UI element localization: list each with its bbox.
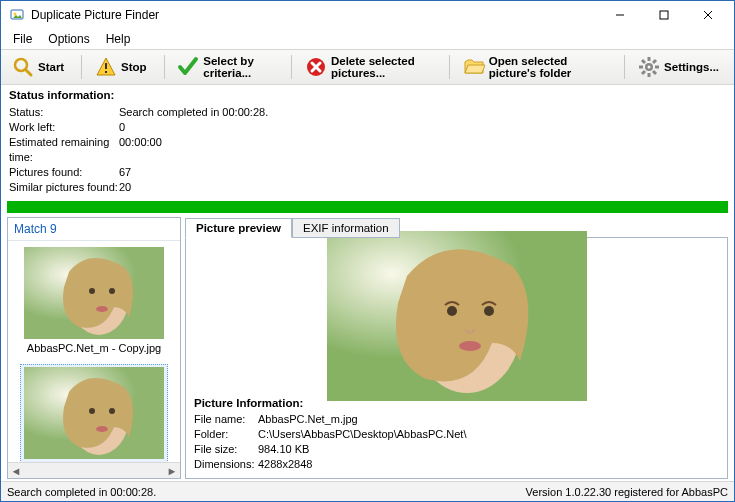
svg-rect-9 — [105, 63, 107, 69]
select-criteria-label: Select by criteria... — [203, 55, 274, 79]
preview-image — [327, 231, 587, 401]
app-icon — [9, 7, 25, 23]
open-folder-button[interactable]: Open selected picture's folder — [458, 53, 617, 81]
scroll-left-arrow[interactable]: ◄ — [8, 463, 24, 479]
status-label: Status: — [9, 105, 119, 120]
select-criteria-button[interactable]: Select by criteria... — [172, 53, 283, 81]
svg-point-37 — [484, 306, 494, 316]
svg-line-20 — [653, 71, 656, 74]
stop-label: Stop — [121, 61, 147, 73]
statusbar-message: Search completed in 00:00:28. — [7, 486, 526, 498]
svg-line-19 — [642, 60, 645, 63]
filesize-label: File size: — [194, 442, 258, 457]
match-header[interactable]: Match 9 — [8, 218, 180, 241]
thumbnail-caption: AbbasPC.Net_m - Copy.jpg — [22, 342, 166, 356]
folder-label: Folder: — [194, 427, 258, 442]
window-title: Duplicate Picture Finder — [31, 8, 598, 22]
menu-help[interactable]: Help — [100, 30, 137, 48]
statusbar: Search completed in 00:00:28. Version 1.… — [1, 481, 734, 501]
minimize-button[interactable] — [598, 1, 642, 29]
svg-point-27 — [109, 288, 115, 294]
svg-point-33 — [96, 426, 108, 432]
thumbnail-item-selected[interactable]: AbbasPC.Net_m.jpg — [20, 364, 168, 462]
eta-value: 00:00:00 — [119, 135, 162, 165]
scroll-track[interactable] — [24, 464, 164, 478]
filename-value: AbbasPC.Net_m.jpg — [258, 412, 358, 427]
settings-button[interactable]: Settings... — [633, 53, 728, 81]
picinfo-heading: Picture Information: — [194, 397, 719, 409]
main-area: Match 9 AbbasPC.Net_m - Copy.jpg — [1, 217, 734, 481]
magnifier-icon — [12, 56, 34, 78]
stop-button[interactable]: Stop — [90, 53, 156, 81]
workleft-value: 0 — [119, 120, 125, 135]
eta-label: Estimated remaining time: — [9, 135, 119, 165]
pictures-found-value: 67 — [119, 165, 131, 180]
svg-point-28 — [96, 306, 108, 312]
match-list-pane: Match 9 AbbasPC.Net_m - Copy.jpg — [7, 217, 181, 479]
titlebar: Duplicate Picture Finder — [1, 1, 734, 29]
svg-point-36 — [447, 306, 457, 316]
delete-selected-button[interactable]: Delete selected pictures... — [300, 53, 441, 81]
filename-label: File name: — [194, 412, 258, 427]
svg-line-21 — [653, 60, 656, 63]
dimensions-label: Dimensions: — [194, 457, 258, 472]
toolbar-separator — [624, 55, 625, 79]
statusbar-version: Version 1.0.22.30 registered for AbbasPC — [526, 486, 728, 498]
start-label: Start — [38, 61, 64, 73]
svg-rect-10 — [105, 71, 107, 73]
menu-options[interactable]: Options — [42, 30, 95, 48]
gear-icon — [638, 56, 660, 78]
toolbar-separator — [81, 55, 82, 79]
status-information: Status information: Status:Search comple… — [1, 85, 734, 197]
preview-container: Picture Information: File name:AbbasPC.N… — [185, 237, 728, 479]
status-value: Search completed in 00:00:28. — [119, 105, 268, 120]
svg-point-32 — [109, 408, 115, 414]
pictures-found-label: Pictures found: — [9, 165, 119, 180]
open-folder-label: Open selected picture's folder — [489, 55, 608, 79]
svg-point-23 — [648, 66, 651, 69]
tab-exif-information[interactable]: EXIF information — [292, 218, 400, 238]
start-button[interactable]: Start — [7, 53, 73, 81]
preview-pane: Picture preview EXIF information — [185, 217, 728, 479]
toolbar-separator — [164, 55, 165, 79]
picture-information: Picture Information: File name:AbbasPC.N… — [186, 393, 727, 478]
dimensions-value: 4288x2848 — [258, 457, 312, 472]
toolbar-separator — [449, 55, 450, 79]
menubar: File Options Help — [1, 29, 734, 49]
thumbnail-item[interactable]: AbbasPC.Net_m - Copy.jpg — [20, 245, 168, 358]
menu-file[interactable]: File — [7, 30, 38, 48]
check-icon — [177, 56, 199, 78]
warning-icon — [95, 56, 117, 78]
thumbnail-image — [24, 247, 164, 339]
svg-point-31 — [89, 408, 95, 414]
svg-rect-3 — [660, 11, 668, 19]
svg-line-22 — [642, 71, 645, 74]
toolbar: Start Stop Select by criteria... Delete … — [1, 49, 734, 85]
progress-bar — [7, 201, 728, 213]
thumbnail-list[interactable]: AbbasPC.Net_m - Copy.jpg AbbasPC.Net_m.j… — [8, 241, 180, 462]
similar-found-label: Similar pictures found: — [9, 180, 119, 195]
delete-icon — [305, 56, 327, 78]
folder-value: C:\Users\AbbasPC\Desktop\AbbasPC.Net\ — [258, 427, 466, 442]
folder-icon — [463, 56, 485, 78]
settings-label: Settings... — [664, 61, 719, 73]
similar-found-value: 20 — [119, 180, 131, 195]
thumbnail-image — [24, 367, 164, 459]
close-button[interactable] — [686, 1, 730, 29]
filesize-value: 984.10 KB — [258, 442, 309, 457]
preview-image-area — [186, 238, 727, 393]
tab-picture-preview[interactable]: Picture preview — [185, 218, 292, 238]
horizontal-scrollbar[interactable]: ◄ ► — [8, 462, 180, 478]
status-heading: Status information: — [9, 89, 726, 101]
svg-point-26 — [89, 288, 95, 294]
svg-point-38 — [459, 341, 481, 351]
maximize-button[interactable] — [642, 1, 686, 29]
scroll-right-arrow[interactable]: ► — [164, 463, 180, 479]
toolbar-separator — [291, 55, 292, 79]
svg-line-7 — [26, 70, 31, 75]
delete-selected-label: Delete selected pictures... — [331, 55, 432, 79]
workleft-label: Work left: — [9, 120, 119, 135]
